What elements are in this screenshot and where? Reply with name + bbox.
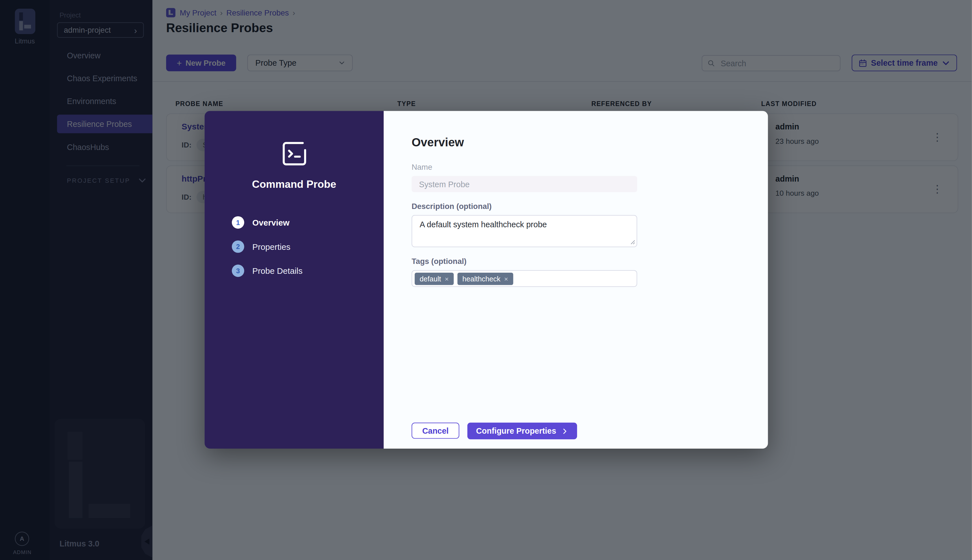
tags-input[interactable]: default × healthcheck × xyxy=(412,270,637,287)
step-number: 3 xyxy=(232,265,244,277)
tag-remove-icon[interactable]: × xyxy=(445,275,449,282)
tag-chip-label: healthcheck xyxy=(462,275,500,282)
step-label: Properties xyxy=(252,242,290,251)
chevron-right-icon xyxy=(561,427,569,435)
tag-chip-label: default xyxy=(420,275,441,282)
configure-properties-button[interactable]: Configure Properties xyxy=(467,423,577,439)
step-number: 2 xyxy=(232,240,244,253)
modal-footer: Cancel Configure Properties xyxy=(412,423,577,439)
modal-form-panel: Overview Name Description (optional) A d… xyxy=(383,111,768,448)
description-textarea[interactable]: A default system healthcheck probe xyxy=(412,215,637,247)
tags-label: Tags (optional) xyxy=(412,257,740,266)
terminal-icon xyxy=(280,139,308,168)
step-number: 1 xyxy=(232,216,244,229)
name-input[interactable] xyxy=(412,176,637,192)
litmus-app: Litmus Project admin-project › Overview … xyxy=(0,0,972,560)
probe-kind-title: Command Probe xyxy=(252,178,336,191)
name-label: Name xyxy=(412,163,740,172)
step-overview[interactable]: 1 Overview xyxy=(232,216,303,229)
step-probe-details[interactable]: 3 Probe Details xyxy=(232,265,303,277)
step-label: Probe Details xyxy=(252,266,302,275)
tag-chip: default × xyxy=(415,272,453,285)
tag-remove-icon[interactable]: × xyxy=(504,275,508,282)
step-properties[interactable]: 2 Properties xyxy=(232,240,303,253)
form-heading: Overview xyxy=(412,136,740,149)
description-label: Description (optional) xyxy=(412,202,740,211)
cancel-button[interactable]: Cancel xyxy=(412,423,459,439)
modal-stepper-panel: Command Probe 1 Overview 2 Properties 3 … xyxy=(205,111,383,448)
wizard-steps: 1 Overview 2 Properties 3 Probe Details xyxy=(205,216,302,289)
create-probe-modal: Command Probe 1 Overview 2 Properties 3 … xyxy=(205,111,768,448)
tag-chip: healthcheck × xyxy=(457,272,513,285)
step-label: Overview xyxy=(252,218,289,227)
